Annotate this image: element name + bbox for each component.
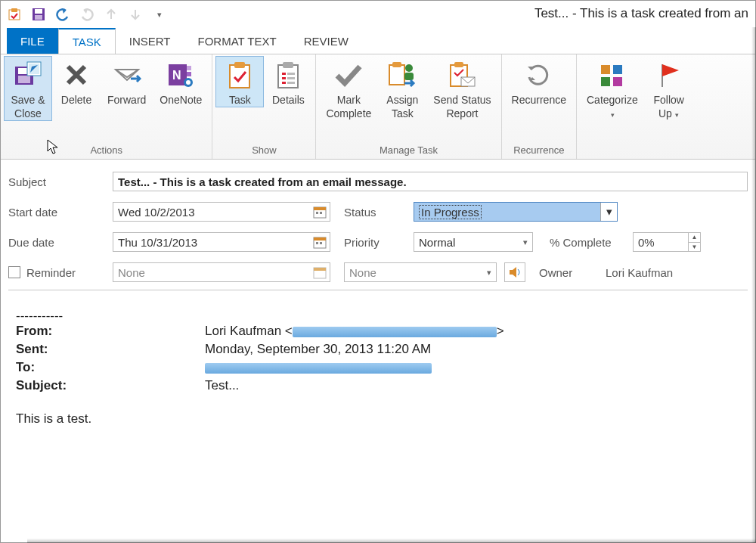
onenote-button[interactable]: N OneNote bbox=[153, 56, 209, 107]
send-status-icon bbox=[447, 60, 477, 90]
subject-input[interactable] bbox=[113, 172, 748, 191]
reminder-checkbox[interactable] bbox=[8, 266, 20, 278]
svg-rect-16 bbox=[278, 65, 298, 88]
svg-rect-22 bbox=[282, 82, 286, 84]
calendar-icon[interactable] bbox=[313, 265, 327, 281]
due-date-input[interactable]: Thu 10/31/2013 bbox=[113, 232, 330, 252]
categorize-icon bbox=[597, 60, 627, 90]
svg-rect-34 bbox=[613, 77, 622, 86]
svg-rect-29 bbox=[454, 62, 463, 67]
ribbon-group-recurrence: Recurrence Recurrence bbox=[502, 54, 577, 159]
tab-format-text[interactable]: FORMAT TEXT bbox=[184, 28, 290, 54]
group-label-recurrence: Recurrence bbox=[502, 144, 576, 159]
tab-review[interactable]: REVIEW bbox=[290, 28, 362, 54]
svg-point-26 bbox=[405, 64, 413, 72]
qat-customize-icon[interactable]: ▾ bbox=[152, 7, 167, 22]
svg-rect-20 bbox=[282, 77, 286, 79]
status-dropdown[interactable]: In Progress ▾ bbox=[414, 202, 618, 222]
reminder-label: Reminder bbox=[26, 266, 76, 279]
tab-file[interactable]: FILE bbox=[7, 28, 58, 54]
svg-rect-21 bbox=[287, 77, 295, 79]
message-body-text: This is a test. bbox=[16, 411, 740, 427]
svg-rect-27 bbox=[404, 73, 414, 80]
start-date-label: Start date bbox=[8, 206, 113, 219]
svg-rect-44 bbox=[314, 268, 326, 271]
svg-rect-15 bbox=[234, 62, 245, 68]
ribbon-group-manage-task: Mark Complete Assign Task Send Status Re… bbox=[316, 54, 501, 159]
undo-icon[interactable] bbox=[55, 7, 70, 22]
message-header: From: Lori Kaufman <> Sent: Monday, Sept… bbox=[16, 324, 740, 393]
svg-rect-31 bbox=[601, 65, 610, 74]
task-icon bbox=[225, 60, 255, 90]
owner-value: Lori Kaufman bbox=[606, 266, 673, 279]
tab-task[interactable]: TASK bbox=[58, 28, 116, 54]
assign-task-icon bbox=[387, 60, 417, 90]
mark-complete-button[interactable]: Mark Complete bbox=[319, 56, 378, 121]
status-label: Status bbox=[344, 206, 414, 219]
group-label-show: Show bbox=[212, 144, 315, 159]
svg-text:N: N bbox=[172, 69, 181, 82]
details-button[interactable]: Details bbox=[264, 56, 312, 107]
calendar-icon[interactable] bbox=[313, 205, 327, 221]
tab-insert[interactable]: INSERT bbox=[116, 28, 184, 54]
follow-up-button[interactable]: Follow Up ▾ bbox=[645, 56, 693, 123]
ribbon-tabs: FILE TASK INSERT FORMAT TEXT REVIEW bbox=[1, 28, 755, 54]
svg-rect-40 bbox=[314, 237, 326, 240]
svg-rect-1 bbox=[11, 8, 17, 12]
svg-rect-41 bbox=[316, 242, 318, 244]
svg-rect-23 bbox=[287, 82, 295, 84]
reminder-time-dropdown[interactable]: None▾ bbox=[344, 262, 497, 282]
svg-rect-36 bbox=[314, 207, 326, 210]
svg-rect-11 bbox=[187, 66, 191, 70]
start-date-input[interactable]: Wed 10/2/2013 bbox=[113, 202, 330, 222]
save-and-close-button[interactable]: Save & Close bbox=[4, 56, 52, 121]
pct-complete-label: % Complete bbox=[550, 236, 633, 249]
reminder-date-input[interactable]: None bbox=[113, 262, 330, 282]
task-app-icon bbox=[7, 7, 22, 22]
prev-item-icon bbox=[104, 7, 119, 22]
svg-rect-32 bbox=[613, 65, 622, 74]
task-view-button[interactable]: Task bbox=[215, 56, 264, 107]
svg-rect-19 bbox=[287, 73, 295, 75]
recurrence-icon bbox=[524, 60, 554, 90]
ribbon-group-tags: Categorize▾ Follow Up ▾ bbox=[577, 54, 696, 159]
redo-icon bbox=[79, 7, 94, 22]
save-icon[interactable] bbox=[31, 7, 46, 22]
recurrence-button[interactable]: Recurrence bbox=[505, 56, 573, 107]
svg-rect-4 bbox=[35, 15, 42, 20]
assign-task-button[interactable]: Assign Task bbox=[378, 56, 426, 121]
chevron-down-icon: ▾ bbox=[487, 268, 491, 278]
reminder-sound-button[interactable] bbox=[504, 262, 525, 282]
chevron-down-icon[interactable]: ▾ bbox=[600, 203, 617, 221]
details-icon bbox=[273, 60, 303, 90]
subject-label: Subject bbox=[8, 175, 113, 188]
svg-rect-42 bbox=[320, 242, 322, 244]
calendar-icon[interactable] bbox=[313, 235, 327, 251]
svg-rect-17 bbox=[283, 62, 293, 68]
categorize-button[interactable]: Categorize▾ bbox=[580, 56, 645, 123]
delete-icon bbox=[61, 60, 91, 90]
svg-rect-37 bbox=[316, 212, 318, 214]
task-form: Subject Start date Wed 10/2/2013 Status … bbox=[1, 160, 755, 285]
due-date-label: Due date bbox=[8, 236, 113, 249]
check-icon bbox=[333, 60, 364, 90]
svg-rect-24 bbox=[389, 65, 404, 85]
forward-button[interactable]: Forward bbox=[101, 56, 153, 107]
window-title: Test... - This is a task created from an bbox=[534, 6, 748, 21]
priority-label: Priority bbox=[344, 236, 414, 249]
send-status-report-button[interactable]: Send Status Report bbox=[426, 56, 497, 121]
spinner-buttons[interactable]: ▲▼ bbox=[688, 233, 700, 251]
svg-rect-12 bbox=[187, 72, 191, 76]
forward-icon bbox=[112, 60, 142, 90]
chevron-down-icon: ▾ bbox=[523, 237, 528, 247]
flag-icon bbox=[654, 60, 684, 90]
task-body[interactable]: ----------- From: Lori Kaufman <> Sent: … bbox=[8, 290, 748, 445]
svg-rect-14 bbox=[230, 65, 249, 88]
svg-rect-33 bbox=[601, 77, 610, 86]
owner-label: Owner bbox=[539, 266, 606, 279]
priority-dropdown[interactable]: Normal▾ bbox=[414, 232, 533, 252]
delete-button[interactable]: Delete bbox=[52, 56, 101, 107]
ribbon: Save & Close Delete Forward N OneNote Ac… bbox=[1, 54, 755, 160]
pct-complete-input[interactable]: 0% ▲▼ bbox=[633, 232, 701, 252]
ribbon-group-show: Task Details Show bbox=[212, 54, 316, 159]
